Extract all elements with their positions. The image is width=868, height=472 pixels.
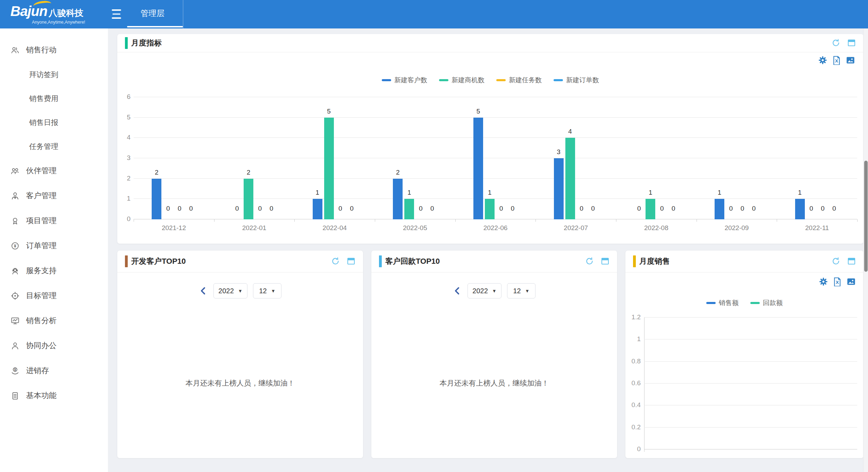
sidebar-subitem[interactable]: 拜访签到	[0, 62, 108, 86]
bar-value-label: 0	[499, 205, 503, 212]
bar-新建客户数[interactable]	[393, 179, 403, 219]
sidebar-item-label: 项目管理	[26, 216, 57, 226]
x-tick-label: 2021-12	[134, 224, 214, 232]
window-maximize-icon[interactable]	[601, 258, 609, 264]
refresh-icon[interactable]	[832, 257, 840, 266]
window-maximize-icon[interactable]	[848, 40, 855, 46]
empty-list-message: 本月还未有上榜人员，继续加油！	[117, 378, 363, 388]
sidebar-item-target[interactable]: 目标管理	[0, 283, 108, 308]
top-header: Bajun 八骏科技 Anyone,Anytime,Anywhere! 管理层 …	[0, 0, 868, 28]
bar-value-label: 0	[178, 205, 182, 212]
bar-新建商机数[interactable]	[646, 199, 655, 219]
bar-slot: 0	[737, 97, 748, 219]
tab-management[interactable]: 管理层	[122, 0, 183, 28]
sidebar-item-analysis[interactable]: 销售分析	[0, 308, 108, 333]
sidebar-item-order[interactable]: ¥订单管理	[0, 233, 108, 258]
bar-slot: 5	[473, 97, 483, 219]
svg-text:¥: ¥	[14, 244, 16, 248]
bar-value-label: 0	[672, 205, 675, 212]
settings-gear-icon[interactable]	[818, 56, 827, 65]
bar-slot: 2	[243, 97, 254, 219]
sidebar-item-service[interactable]: 服务支持	[0, 258, 108, 283]
previous-month-chevron-icon[interactable]	[199, 286, 208, 295]
refresh-icon[interactable]	[832, 39, 840, 47]
sidebar-item-sales-action[interactable]: 销售行动	[0, 37, 108, 62]
scrollbar-thumb[interactable]	[864, 161, 868, 272]
bar-新建商机数[interactable]	[485, 199, 495, 219]
bar-slot: 0	[507, 97, 518, 219]
svg-text:¥: ¥	[14, 367, 16, 371]
bar-value-label: 1	[407, 189, 411, 196]
bar-新建客户数[interactable]	[473, 118, 483, 219]
sidebar-item-office[interactable]: 协同办公	[0, 333, 108, 358]
x-tick-label: 2022-04	[294, 224, 375, 232]
sidebar-item-label: 进销存	[26, 365, 49, 376]
refresh-icon[interactable]	[585, 257, 594, 266]
bar-value-label: 1	[488, 189, 492, 196]
bar-新建客户数[interactable]	[313, 199, 322, 219]
previous-month-chevron-icon[interactable]	[453, 286, 462, 295]
bar-新建商机数[interactable]	[244, 179, 253, 219]
sidebar-subitem[interactable]: 销售费用	[0, 86, 108, 110]
bar-slot: 0	[266, 97, 277, 219]
bar-新建客户数[interactable]	[715, 199, 724, 219]
bar-新建客户数[interactable]	[152, 179, 161, 219]
legend-color-dash	[496, 79, 506, 81]
legend-item[interactable]: 新建订单数	[554, 76, 599, 85]
legend-item[interactable]: 销售额	[706, 298, 739, 307]
bar-value-label: 0	[809, 205, 813, 212]
vertical-scrollbar[interactable]	[863, 28, 868, 472]
bar-新建商机数[interactable]	[324, 118, 334, 219]
export-excel-icon[interactable]: X	[832, 56, 841, 65]
card-monthly-sales: 月度销售 X 销售额回款额 00.20.40.60.811.2	[625, 251, 863, 458]
inventory-icon: ¥	[10, 366, 20, 376]
sidebar-item-inventory[interactable]: ¥进销存	[0, 358, 108, 383]
sidebar-item-project[interactable]: 项目管理	[0, 208, 108, 233]
month-select[interactable]: 12▼	[253, 283, 281, 298]
bar-新建商机数[interactable]	[565, 138, 575, 219]
window-maximize-icon[interactable]	[848, 258, 855, 264]
export-excel-icon[interactable]: X	[833, 277, 842, 286]
year-select[interactable]: 2022▼	[213, 283, 247, 298]
bar-slot: 0	[186, 97, 196, 219]
legend-item[interactable]: 回款额	[750, 298, 783, 307]
bar-新建客户数[interactable]	[554, 158, 564, 219]
legend-item[interactable]: 新建客户数	[382, 76, 427, 85]
bar-group-2022-06: 5100	[455, 97, 536, 219]
save-image-icon[interactable]	[846, 277, 856, 286]
menu-toggle-icon[interactable]	[112, 9, 121, 19]
bar-value-label: 5	[477, 108, 480, 115]
x-axis-tick	[455, 219, 456, 222]
svg-text:X: X	[836, 280, 839, 285]
sidebar-subitem[interactable]: 销售日报	[0, 110, 108, 134]
window-maximize-icon[interactable]	[347, 258, 355, 264]
sales-action-icon	[10, 45, 20, 55]
chart-toolbox: X	[819, 277, 856, 286]
bar-slot: 0	[634, 97, 644, 219]
brand-logo[interactable]: Bajun 八骏科技 Anyone,Anytime,Anywhere!	[10, 3, 97, 26]
card-title: 开发客户TOP10	[131, 251, 186, 272]
sidebar-item-document[interactable]: 基本功能	[0, 383, 108, 408]
bar-value-label: 1	[718, 189, 722, 196]
x-tick-label: 2022-05	[375, 224, 455, 232]
gridline	[644, 383, 857, 384]
sidebar-item-partners[interactable]: 伙伴管理	[0, 158, 108, 183]
legend-item[interactable]: 新建商机数	[439, 76, 484, 85]
legend-item[interactable]: 新建任务数	[496, 76, 542, 85]
refresh-icon[interactable]	[331, 257, 340, 266]
bar-新建客户数[interactable]	[795, 199, 805, 219]
project-icon	[10, 216, 20, 226]
bar-新建商机数[interactable]	[404, 199, 414, 219]
bar-value-label: 4	[568, 128, 572, 135]
year-select[interactable]: 2022▼	[467, 283, 502, 298]
sidebar-item-customer[interactable]: 客户管理	[0, 183, 108, 208]
x-axis-tick	[214, 219, 214, 222]
sidebar: 销售行动拜访签到销售费用销售日报任务管理伙伴管理客户管理项目管理¥订单管理服务支…	[0, 28, 108, 472]
month-select[interactable]: 12▼	[507, 283, 536, 298]
settings-gear-icon[interactable]	[819, 277, 828, 286]
save-image-icon[interactable]	[846, 56, 855, 65]
sidebar-subitem[interactable]: 任务管理	[0, 134, 108, 158]
bar-value-label: 3	[557, 148, 561, 156]
bar-slot: 4	[565, 97, 575, 219]
bar-slot: 1	[795, 97, 805, 219]
